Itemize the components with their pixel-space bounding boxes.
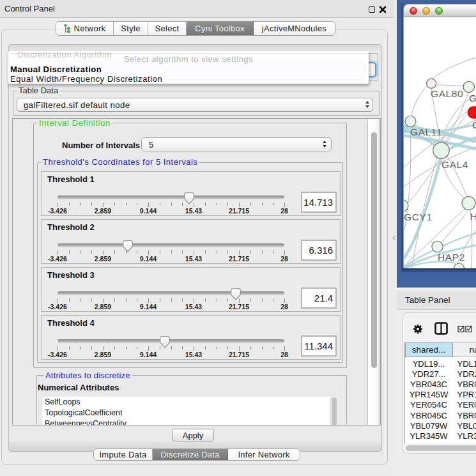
svg-text:GAL80: GAL80: [431, 88, 463, 99]
svg-text:GCY1: GCY1: [404, 211, 433, 222]
svg-text:GAL11: GAL11: [410, 127, 442, 137]
svg-text:C: C: [472, 119, 476, 130]
svg-text:H: H: [470, 211, 476, 222]
svg-text:GA: GA: [469, 93, 476, 104]
svg-text:HAP2: HAP2: [438, 252, 465, 263]
svg-text:GAL4: GAL4: [441, 159, 468, 170]
